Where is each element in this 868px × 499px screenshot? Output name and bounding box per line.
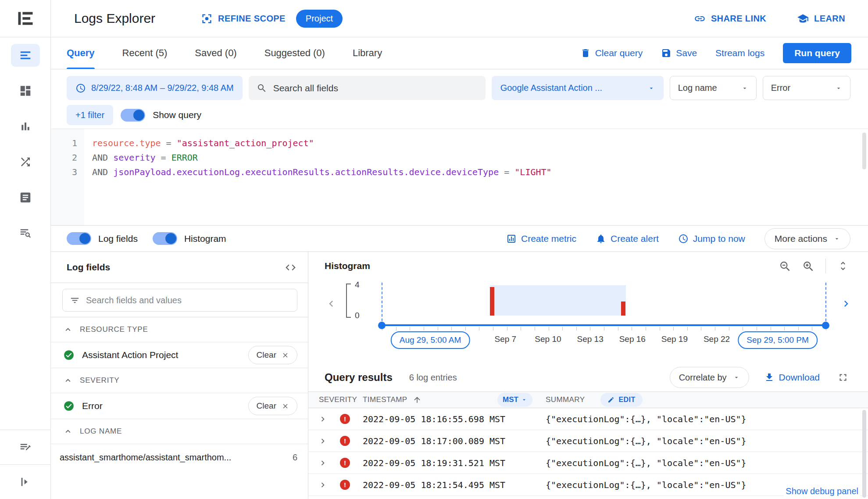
expand-row-icon[interactable] [318,458,328,468]
resource-filter-chip[interactable]: Google Assistant Action ... [492,76,664,100]
expand-row-icon[interactable] [318,480,328,490]
section-log-name[interactable]: LOG NAME [51,419,308,444]
zoom-in-icon[interactable] [802,260,814,272]
clear-query-button[interactable]: Clear query [580,48,643,58]
range-end-pill[interactable]: Sep 29, 5:00 PM [738,331,818,349]
fullscreen-button[interactable] [837,372,849,383]
clear-label: Clear [257,350,276,360]
correlate-by-button[interactable]: Correlate by [670,367,749,388]
tab-query[interactable]: Query [67,37,95,69]
selection-start-line[interactable] [382,283,382,326]
code-view-icon[interactable] [285,262,296,273]
query-line[interactable]: AND severity = ERROR [92,151,868,165]
fullscreen-icon [837,372,849,383]
column-timestamp[interactable]: TIMESTAMP [363,395,407,404]
log-entry-row[interactable]: ! 2022-09-05 18:19:31.521 MST {"executio… [308,452,868,474]
show-debug-panel-link[interactable]: Show debug panel [784,485,860,497]
zoom-out-icon[interactable] [779,260,791,272]
resource-type-item[interactable]: Assistant Action Project Clear [51,342,308,368]
show-query-toggle[interactable] [121,109,145,122]
query-editor[interactable]: 123 resource.type = "assistant_action_pr… [51,129,868,226]
histogram-bar[interactable] [621,302,625,316]
tab-suggested[interactable]: Suggested (0) [264,37,325,69]
section-severity[interactable]: SEVERITY [51,368,308,393]
histogram-prev-icon[interactable] [325,298,337,310]
collapse-nav-button[interactable] [0,465,50,499]
chevron-down-icon [835,85,842,92]
rail-item-logs-storage[interactable] [0,179,50,215]
severity-item[interactable]: Error Clear [51,393,308,419]
histogram-selection[interactable] [490,285,625,316]
tab-label: Saved (0) [195,47,236,59]
tab-library[interactable]: Library [353,37,382,69]
histogram-toggle[interactable] [153,232,177,245]
create-alert-button[interactable]: Create alert [596,233,659,244]
unfold-more-icon[interactable] [837,260,849,272]
log-fields-search-box [62,289,297,312]
range-handle-start[interactable] [378,322,386,329]
histogram-bar[interactable] [490,287,494,316]
editor-code[interactable]: resource.type = "assistant_action_projec… [84,129,868,225]
search-all-fields-input[interactable] [273,83,478,93]
chevron-up-icon [63,376,73,385]
share-link-button[interactable]: SHARE LINK [694,13,766,25]
range-handle-end[interactable] [822,322,829,329]
section-resource-type[interactable]: RESOURCE TYPE [51,317,308,342]
query-line[interactable]: resource.type = "assistant_action_projec… [92,136,868,151]
tab-saved[interactable]: Saved (0) [195,37,236,69]
time-range-chip[interactable]: 8/29/22, 8:48 AM – 9/29/22, 9:48 AM [67,76,243,100]
create-metric-button[interactable]: Create metric [506,233,576,244]
selection-end-line[interactable] [825,283,826,326]
tab-recent[interactable]: Recent (5) [122,37,168,69]
clear-resource-filter-button[interactable]: Clear [248,346,297,364]
expand-row-icon[interactable] [318,436,328,446]
query-token: AND [92,152,113,163]
log-fields-search-input[interactable] [86,295,290,305]
query-line[interactable]: AND jsonPayload.executionLog.executionRe… [92,165,868,179]
clear-query-label: Clear query [595,48,643,58]
learn-button[interactable]: LEARN [797,13,845,25]
more-actions-button[interactable]: More actions [764,228,850,249]
histogram-next-icon[interactable] [840,298,852,310]
histogram-chart[interactable]: 4 0 Aug 29, 5:00 AM Sep 29, 5:00 PM Sep … [308,280,868,363]
stream-logs-button[interactable]: Stream logs [715,48,764,58]
check-circle-icon [63,400,75,412]
refine-scope-icon [201,13,213,25]
log-name-item[interactable]: assistant_smarthome/assistant_smarthom..… [51,444,308,470]
save-button[interactable]: Save [661,48,697,58]
edit-label: EDIT [618,396,635,404]
rail-item-logs-dashboard[interactable] [0,73,50,108]
cloud-logging-logo[interactable] [0,0,50,37]
editor-scrollbar[interactable] [862,133,866,169]
rail-item-log-analytics[interactable] [0,215,50,251]
rail-item-logs-explorer[interactable] [0,37,50,73]
expand-row-icon[interactable] [318,414,328,424]
rail-item-release-notes[interactable] [0,430,50,464]
time-range-track[interactable] [382,324,826,326]
clear-severity-filter-button[interactable]: Clear [248,397,297,415]
rail-item-log-based-metrics[interactable] [0,108,50,144]
run-query-button[interactable]: Run query [783,43,851,63]
rail-item-logs-router[interactable] [0,144,50,179]
log-entry-row[interactable]: ! 2022-09-05 18:17:00.089 MST {"executio… [308,430,868,452]
sort-ascending-icon[interactable] [413,395,421,404]
download-button[interactable]: Download [764,372,820,383]
timeline-tick [562,327,563,330]
severity-filter-chip[interactable]: Error [763,76,850,100]
log-name-filter-chip[interactable]: Log name [670,76,757,100]
jump-to-now-button[interactable]: Jump to now [678,233,745,244]
log-entry-row[interactable]: ! 2022-09-05 18:16:55.698 MST {"executio… [308,408,868,430]
edit-summary-button[interactable]: EDIT [600,393,642,407]
project-scope-badge[interactable]: Project [296,10,343,28]
timezone-button[interactable]: MST [497,393,532,407]
download-icon [764,372,775,383]
range-start-pill[interactable]: Aug 29, 5:00 AM [391,331,470,349]
y-axis-max: 4 [355,280,360,290]
row-summary: {"executionLog":{…}, "locale":"en-US"} [546,458,868,468]
section-label: RESOURCE TYPE [80,325,148,334]
timeline-tick [757,327,757,330]
more-filters-chip[interactable]: +1 filter [67,105,113,125]
refine-scope-button[interactable]: REFINE SCOPE [201,13,286,25]
log-fields-toggle[interactable] [67,232,91,245]
results-scrollbar[interactable] [862,410,866,498]
